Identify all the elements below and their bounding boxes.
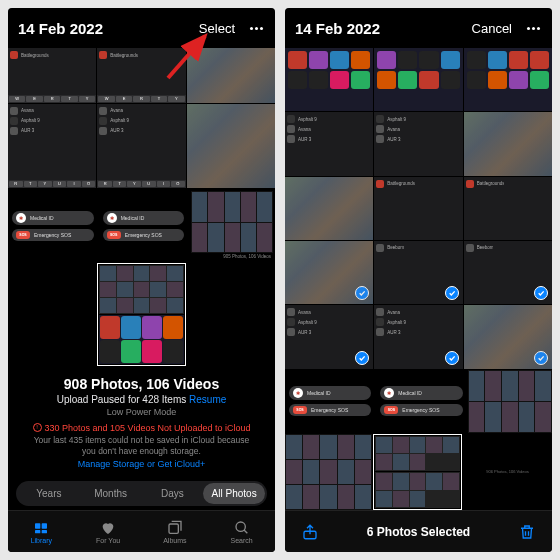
thumb[interactable]	[374, 48, 462, 111]
more-icon[interactable]	[524, 19, 542, 37]
thumb-selected[interactable]	[285, 241, 373, 304]
check-icon	[534, 286, 548, 300]
trash-icon[interactable]	[518, 523, 536, 541]
svg-point-7	[236, 522, 245, 531]
check-icon	[445, 351, 459, 365]
photo-grid[interactable]: Battlegrounds WERTY Battlegrounds WERTY …	[8, 48, 275, 366]
tab-library[interactable]: Library	[8, 511, 75, 552]
photo-count: 908 Photos, 106 Videos	[20, 376, 263, 392]
thumb[interactable]	[468, 370, 552, 433]
header: 14 Feb 2022 Cancel	[285, 8, 552, 48]
search-icon	[233, 520, 251, 536]
thumb[interactable]: Battlegrounds	[374, 177, 462, 240]
segment-months[interactable]: Months	[80, 483, 142, 504]
thumb[interactable]: Avana Asphalt 9 AUR 3 RTYUIO	[8, 104, 96, 189]
thumb[interactable]: Battlegrounds WERTY	[97, 48, 185, 103]
thumb[interactable]: ✱Medical ID SOSEmergency SOS	[285, 370, 375, 433]
thumb[interactable]	[285, 48, 373, 111]
manage-storage-link[interactable]: Manage Storage or Get iCloud+	[20, 459, 263, 469]
thumb[interactable]	[187, 263, 275, 366]
tab-albums[interactable]: Albums	[142, 511, 209, 552]
thumb[interactable]: Battlegrounds	[464, 177, 552, 240]
check-icon	[445, 286, 459, 300]
thumb-composite[interactable]	[373, 434, 462, 510]
check-icon	[534, 351, 548, 365]
thumb[interactable]	[285, 434, 372, 510]
thumb[interactable]	[8, 263, 96, 366]
time-segments[interactable]: Years Months Days All Photos	[16, 481, 267, 506]
svg-rect-5	[42, 530, 47, 533]
left-screenshot: 14 Feb 2022 Select Battlegrounds WERTY B…	[8, 8, 275, 552]
photo-grid-selecting[interactable]: Asphalt 9 Avana AUR 3 Asphalt 9 Avana AU…	[285, 48, 552, 510]
selection-toolbar: 6 Photos Selected	[285, 510, 552, 552]
header: 14 Feb 2022 Select	[8, 8, 275, 48]
segment-all-photos[interactable]: All Photos	[203, 483, 265, 504]
right-screenshot: 14 Feb 2022 Cancel Asphalt 9 Avana AUR 3…	[285, 8, 552, 552]
library-icon	[32, 520, 50, 536]
cancel-button[interactable]: Cancel	[472, 21, 512, 36]
check-icon	[355, 286, 369, 300]
heart-icon	[99, 520, 117, 536]
selection-count: 6 Photos Selected	[367, 525, 470, 539]
thumb[interactable]: 906 Photos, 106 Videos	[463, 434, 552, 510]
thumb-composite[interactable]	[97, 263, 185, 366]
thumb[interactable]: Asphalt 9 Avana AUR 3	[285, 112, 373, 175]
albums-icon	[166, 520, 184, 536]
thumb-selected[interactable]: Beebom	[464, 241, 552, 304]
library-summary: 908 Photos, 106 Videos Upload Paused for…	[8, 366, 275, 477]
thumb[interactable]: ✱Medical ID SOSEmergency SOS	[376, 370, 466, 433]
thumb-selected[interactable]: Avana Asphalt 9 AUR 3	[285, 305, 373, 368]
thumb-selected[interactable]: Beebom	[374, 241, 462, 304]
thumb[interactable]: ✱Medical ID SOSEmergency SOS	[8, 189, 98, 262]
more-icon[interactable]	[247, 19, 265, 37]
thumb[interactable]	[285, 177, 373, 240]
thumb[interactable]: Avana Asphalt 9 AUR 3 RTYUIO	[97, 104, 185, 189]
thumb[interactable]: Asphalt 9 Avana AUR 3	[374, 112, 462, 175]
thumb[interactable]: ✱Medical ID SOSEmergency SOS	[99, 189, 189, 262]
date-label: 14 Feb 2022	[295, 20, 380, 37]
thumb-selected[interactable]: Avana Asphalt 9 AUR 3	[374, 305, 462, 368]
warning-icon: !	[33, 423, 42, 432]
resume-link[interactable]: Resume	[189, 394, 226, 405]
tab-search[interactable]: Search	[208, 511, 275, 552]
low-power-label: Low Power Mode	[20, 407, 263, 417]
date-label: 14 Feb 2022	[18, 20, 103, 37]
svg-line-8	[244, 530, 247, 533]
segment-days[interactable]: Days	[142, 483, 204, 504]
svg-rect-4	[35, 530, 40, 533]
thumb[interactable]	[464, 112, 552, 175]
svg-rect-3	[42, 523, 47, 528]
share-icon[interactable]	[301, 523, 319, 541]
thumb[interactable]	[187, 48, 275, 103]
segment-years[interactable]: Years	[18, 483, 80, 504]
tab-for-you[interactable]: For You	[75, 511, 142, 552]
tab-bar: Library For You Albums Search	[8, 510, 275, 552]
thumb[interactable]	[464, 48, 552, 111]
thumb[interactable]: 905 Photos, 106 Videos	[189, 189, 275, 262]
check-icon	[355, 351, 369, 365]
svg-rect-2	[35, 523, 40, 528]
thumb[interactable]: Battlegrounds WERTY	[8, 48, 96, 103]
thumb[interactable]	[187, 104, 275, 189]
thumb-selected[interactable]	[464, 305, 552, 368]
select-button[interactable]: Select	[199, 21, 235, 36]
svg-rect-6	[169, 524, 178, 533]
icloud-warning: !330 Photos and 105 Videos Not Uploaded …	[20, 423, 263, 433]
